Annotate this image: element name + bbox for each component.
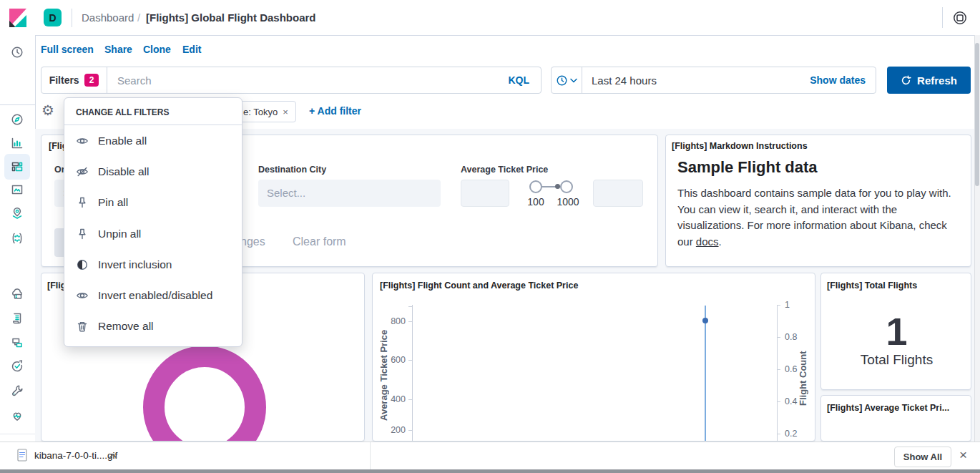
full-screen-button[interactable]: Full screen — [41, 44, 94, 55]
edit-button[interactable]: Edit — [182, 44, 201, 55]
clear-form-button[interactable]: Clear form — [293, 235, 346, 248]
menu-item-remove-all[interactable]: Remove all — [64, 311, 242, 342]
range-slider-handle-max[interactable] — [560, 180, 573, 193]
menu-item-label: Disable all — [98, 165, 150, 178]
menu-item-label: Invert inclusion — [98, 258, 172, 271]
sidebar-item-discover[interactable] — [4, 107, 30, 132]
left-tick-200: 200 — [383, 425, 406, 435]
refresh-icon — [901, 75, 911, 86]
markdown-text-end: . — [719, 235, 722, 248]
right-tick-1: 1 — [785, 300, 790, 310]
sidebar-item-machine-learning[interactable] — [4, 225, 30, 251]
download-bar: kibana-7-0-0-ti....gif Show All × — [0, 442, 980, 470]
pin-icon — [76, 196, 89, 209]
right-tick-0-8: 0.8 — [785, 332, 797, 342]
right-tick-0-2: 0.2 — [785, 429, 797, 439]
avg-ticket-price-label: Average Ticket Price — [461, 165, 548, 175]
downloaded-file-name[interactable]: kibana-7-0-0-ti....gif — [34, 450, 117, 461]
refresh-button[interactable]: Refresh — [887, 67, 971, 94]
kql-toggle[interactable]: KQL — [508, 74, 541, 86]
time-range-value[interactable]: Last 24 hours — [582, 74, 810, 87]
sidebar-item-maps[interactable] — [4, 200, 30, 226]
add-filter-button[interactable]: + Add filter — [309, 105, 361, 117]
eye-icon — [76, 289, 89, 302]
top-nav-bar: D Dashboard / [Flights] Global Flight Da… — [0, 0, 980, 36]
left-axis-line — [412, 305, 413, 442]
sidebar-item-visualize[interactable] — [4, 130, 30, 156]
right-axis-tick — [777, 305, 780, 306]
avg-ticket-price-point[interactable] — [702, 318, 708, 323]
menu-item-label: Pin all — [98, 196, 128, 209]
panel-markdown: [Flights] Markdown Instructions Sample F… — [665, 135, 971, 267]
left-axis-label: Average Ticket Price — [378, 313, 389, 438]
breadcrumb-separator: / — [137, 11, 140, 24]
download-bar-divider — [370, 442, 371, 470]
sidebar-item-logs[interactable] — [4, 306, 30, 331]
panel-total-flights-title: [Flights] Total Flights — [827, 281, 917, 291]
space-avatar-badge[interactable]: D — [44, 9, 62, 26]
price-min-input[interactable] — [461, 180, 509, 207]
show-all-downloads-button[interactable]: Show All — [894, 447, 951, 467]
time-picker-quick-menu-button[interactable] — [552, 67, 582, 93]
sidebar-item-canvas[interactable] — [4, 177, 30, 203]
menu-item-invert-inclusion[interactable]: Invert inclusion — [64, 249, 242, 280]
kibana-logo-icon[interactable] — [7, 7, 29, 29]
download-bar-close-icon[interactable]: × — [959, 447, 967, 463]
price-max-input[interactable] — [593, 180, 643, 207]
share-button[interactable]: Share — [104, 44, 132, 55]
filters-count-badge: 2 — [84, 74, 99, 87]
flight-count-series-line[interactable] — [705, 306, 706, 442]
filter-pill-close-icon[interactable]: × — [283, 107, 288, 117]
docs-link[interactable]: docs — [696, 235, 719, 248]
left-axis-tick — [408, 430, 412, 431]
sidebar-item-apm[interactable] — [4, 330, 30, 356]
recent-clock-icon[interactable] — [4, 39, 30, 65]
right-axis-tick — [777, 401, 780, 402]
menu-item-disable-all[interactable]: Disable all — [64, 156, 242, 187]
header-divider — [72, 9, 72, 27]
download-caret-up-icon[interactable] — [109, 453, 117, 459]
show-dates-button[interactable]: Show dates — [810, 74, 876, 86]
destination-city-select[interactable]: Select... — [258, 180, 441, 207]
menu-item-unpin-all[interactable]: Unpin all — [64, 218, 242, 249]
left-tick-800: 800 — [383, 316, 406, 326]
donut-ring-slice[interactable] — [154, 356, 255, 442]
menu-item-label: Invert enabled/disabled — [98, 289, 212, 302]
left-axis-tick — [408, 306, 412, 307]
gear-icon[interactable]: ⚙ — [41, 103, 54, 117]
sidebar-divider-bottom — [0, 434, 35, 434]
destination-city-label: Destination City — [258, 165, 326, 175]
right-axis-line — [777, 305, 778, 442]
filter-pill-label: e: Tokyo — [243, 107, 278, 117]
right-axis-tick — [777, 434, 780, 434]
clock-icon — [556, 74, 568, 87]
breadcrumb-app-link[interactable]: Dashboard — [82, 11, 134, 24]
menu-title: CHANGE ALL FILTERS — [64, 98, 242, 125]
help-icon[interactable] — [952, 10, 968, 26]
menu-item-invert-enabled-disabled[interactable]: Invert enabled/disabled — [64, 280, 242, 311]
menu-item-label: Unpin all — [98, 228, 141, 240]
panel-markdown-title: [Flights] Markdown Instructions — [672, 141, 808, 151]
menu-item-enable-all[interactable]: Enable all — [64, 125, 242, 156]
search-input[interactable]: Search — [107, 74, 508, 87]
sidebar-divider — [0, 104, 35, 105]
filters-menu-button[interactable]: Filters 2 — [41, 67, 107, 93]
menu-item-pin-all[interactable]: Pin all — [64, 187, 242, 218]
sidebar-item-monitoring[interactable] — [4, 403, 30, 429]
refresh-label: Refresh — [917, 74, 957, 87]
range-slider-handle-min[interactable] — [529, 180, 542, 193]
sidebar-item-uptime[interactable] — [4, 353, 30, 379]
filter-pill[interactable]: e: Tokyo × — [235, 101, 296, 122]
total-flights-value: 1 — [821, 312, 971, 351]
breadcrumb-page-title: [Flights] Global Flight Dashboard — [146, 11, 316, 24]
sidebar-item-dashboard[interactable] — [4, 154, 30, 180]
left-tick-600: 600 — [383, 355, 406, 365]
panel-total-flights: [Flights] Total Flights 1 Total Flights — [820, 273, 971, 390]
panel-line-chart-title: [Flights] Flight Count and Average Ticke… — [380, 281, 578, 291]
total-flights-label: Total Flights — [821, 352, 971, 368]
window-bottom-edge — [0, 469, 980, 473]
clone-button[interactable]: Clone — [143, 44, 171, 55]
scrollbar-thumb[interactable] — [975, 43, 979, 186]
sidebar-item-infrastructure[interactable] — [4, 281, 30, 307]
sidebar-item-dev-tools[interactable] — [4, 378, 30, 404]
